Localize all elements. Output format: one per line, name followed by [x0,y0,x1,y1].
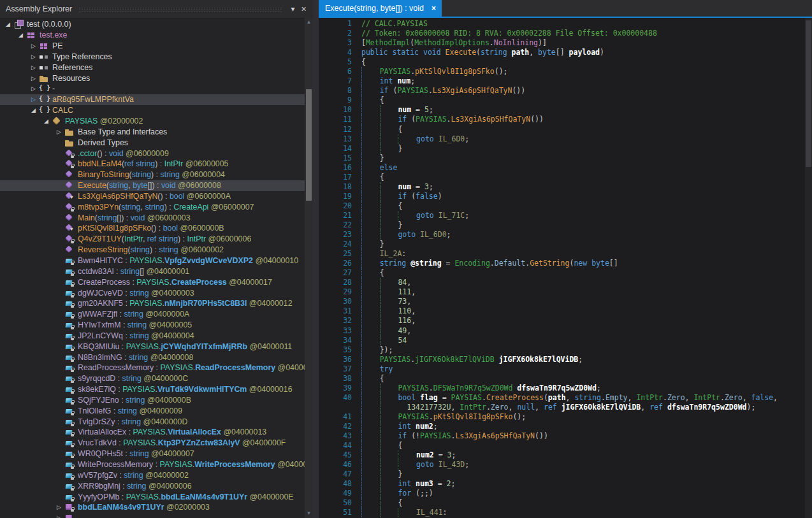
tree-item[interactable]: Execute(string, byte[]) : void @06000008 [0,180,313,191]
tree-item[interactable]: WriteProcessMemory : PAYSIAS.WriteProces… [0,459,313,470]
code-line[interactable]: 27 { [319,268,812,278]
code-line[interactable]: 2// Token: 0x06000008 RID: 8 RVA: 0x0000… [319,29,812,38]
tree-item[interactable]: ReverseString(string) : string @06000002 [0,245,313,255]
tree-item[interactable]: ReadProcessMemory : PAYSIAS.ReadProcessM… [0,363,313,373]
tree-item[interactable]: Bwm4HlTYC : PAYSIAS.VpfgZvvdgWCveVDXP2 @… [0,255,313,266]
tree-item[interactable]: cctdw83Al : string[] @04000001 [0,266,313,277]
tree-item[interactable]: m8tvp3PYn(string, string) : CreateApi @0… [0,201,313,212]
code-line[interactable]: 51 IL_441: [319,508,812,517]
tree-item[interactable]: ▷Base Type and Interfaces [0,126,313,137]
tree-item[interactable]: ▷References [0,62,313,73]
tree-item[interactable]: ◢PAYSIAS @02000002 [0,116,313,127]
tree-item[interactable]: dgWJCveVD : string @04000003 [0,287,313,298]
tree-item[interactable]: pKtSlQvl8I1g8pSFko() : bool @0600000B [0,223,313,234]
tree-item[interactable]: Ls3XgiAs6pSHfQaTyN() : bool @0600000A [0,191,313,202]
tree-item[interactable]: Main(string[]) : void @06000003 [0,212,313,223]
close-panel-icon[interactable]: × [298,3,309,15]
expander-collapsed-icon[interactable]: ▷ [28,94,39,104]
code-line[interactable]: 49 for (;;) [319,489,812,498]
code-line[interactable]: 45 num2 = 3; [319,450,812,460]
expander-collapsed-icon[interactable]: ▷ [28,52,39,62]
code-line[interactable]: 4public static void Execute(string path,… [319,48,812,57]
tree-item[interactable]: ◢test.exe [0,30,313,41]
code-line[interactable]: 38 { [319,374,812,384]
panel-splitter[interactable] [313,0,319,518]
code-line[interactable]: 34 54 [319,336,812,345]
expander-collapsed-icon[interactable]: ▷ [54,513,64,518]
code-line[interactable]: 30 73, [319,297,812,306]
code-line[interactable]: 9 { [319,96,812,105]
tab-close-icon[interactable]: × [431,4,436,13]
tree-item[interactable]: ◢CALC [0,105,313,116]
tree-item[interactable]: .cctor() : void @06000009 [0,148,313,159]
code-line[interactable]: 28 84, [319,278,812,287]
tree-item[interactable]: ▷Resources [0,73,313,83]
code-line[interactable]: 39 PAYSIAS.DFSWaTn9R7q5wZD0Wd dfswaTn9R7… [319,384,812,393]
code-line[interactable]: 47 } [319,470,812,479]
tree-item[interactable]: ▷ [0,513,313,518]
editor-scrollbar[interactable] [805,18,812,518]
code-line[interactable]: 46 goto IL_43D; [319,460,812,470]
tree-item[interactable]: Derived Types [0,137,313,148]
tree-item[interactable]: ▷PE [0,41,313,52]
tree-item[interactable]: JP2LnCYWq : string @04000004 [0,330,313,341]
tree-item[interactable]: HYIwTxfmM : string @04000005 [0,320,313,331]
code-line[interactable]: 37 try [319,364,812,374]
expander-expanded-icon[interactable]: ◢ [15,30,26,40]
code-line[interactable]: 32 116, [319,316,812,326]
tree-item[interactable]: SQjFYJEno : string @0400000B [0,395,313,406]
code-line[interactable]: 16 else [319,163,812,173]
code-line[interactable]: 29 111, [319,287,812,297]
tree-item[interactable]: ▷Type References [0,52,313,62]
editor-scrollbar-thumb[interactable] [806,20,811,167]
code-line[interactable]: 33 49, [319,326,812,336]
tree-item[interactable]: N8Bn3lmNG : string @04000008 [0,352,313,363]
code-line[interactable]: 19 if (false) [319,192,812,201]
tree-item[interactable]: CreateProcess : PAYSIAS.CreateProcess @0… [0,277,313,287]
code-line[interactable]: 36 PAYSIAS.jIGFX6Ok8kE7lQViDB jIGFX6Ok8k… [319,355,812,364]
expander-expanded-icon[interactable]: ◢ [28,105,39,115]
code-line[interactable]: 25 IL_2A: [319,249,812,259]
expander-collapsed-icon[interactable]: ▷ [54,502,64,512]
tree-item[interactable]: YyyfyOPMb : PAYSIAS.bbdLEaNM4s4v9T1UYr @… [0,491,313,502]
code-line[interactable]: 26 string @string = Encoding.Default.Get… [319,259,812,268]
tree-item[interactable]: ▷aR8q95FwLMPPfkntVa [0,94,313,105]
expander-collapsed-icon[interactable]: ▷ [28,41,39,51]
code-line[interactable]: 48 int num3 = 2; [319,479,812,489]
tree-item[interactable]: s9yrqqcdD : string @0400000C [0,373,313,384]
code-line[interactable]: 12 { [319,125,812,134]
window-position-chevron-icon[interactable]: ▾ [287,3,298,15]
code-line[interactable]: 1// CALC.PAYSIAS [319,19,812,29]
tree-item[interactable]: wV57pfgZv : string @04000002 [0,470,313,480]
code-line[interactable]: 18 num = 3; [319,182,812,192]
expander-collapsed-icon[interactable]: ▷ [54,127,64,137]
code-line[interactable]: 31 110, [319,306,812,316]
code-line[interactable]: 8 if (PAYSIAS.Ls3XgiAs6pSHfQaTyN()) [319,86,812,96]
expander-collapsed-icon[interactable]: ▷ [28,73,39,83]
tree-item[interactable]: BinaryToString(string) : string @0600000… [0,169,313,180]
code-line[interactable]: 41 PAYSIAS.pKtSlQvl8I1g8pSFko(); [319,412,812,422]
code-line[interactable]: 134217732U, IntPtr.Zero, null, ref jIGFX… [319,403,812,412]
tree-item[interactable]: KBQ3MIUiu : PAYSIAS.jCYWqhdYITxfmMjRRb @… [0,341,313,352]
tree-item[interactable]: sk8ekE7lQ : PAYSIAS.VruTdk9VdkwmHlTYCm @… [0,384,313,395]
code-line[interactable]: 10 num = 5; [319,105,812,115]
code-line[interactable]: 24 } [319,240,812,249]
scroll-down-icon[interactable]: ▼ [305,509,313,518]
scroll-up-icon[interactable]: ▲ [305,18,313,27]
tree-item[interactable]: Q4vZ9T1UY(IntPtr, ref string) : IntPtr @… [0,234,313,245]
expander-collapsed-icon[interactable]: ▷ [28,62,39,73]
code-line[interactable]: 21 goto IL_71C; [319,211,812,220]
tree-scrollbar[interactable]: ▲ ▼ [305,18,313,518]
code-line[interactable]: 40 bool flag = PAYSIAS.CreateProcess(pat… [319,393,812,403]
code-line[interactable]: 42 int num2; [319,422,812,431]
code-line[interactable]: 17 { [319,173,812,182]
expander-expanded-icon[interactable]: ◢ [41,116,52,126]
code-line[interactable]: 23 goto IL_6D0; [319,230,812,240]
tree-item[interactable]: TvlgDrSZy : string @0400000D [0,416,313,427]
code-line[interactable]: 43 if (!PAYSIAS.Ls3XgiAs6pSHfQaTyN()) [319,431,812,441]
tree-item[interactable]: VirtualAllocEx : PAYSIAS.VirtualAllocEx … [0,427,313,438]
code-line[interactable]: 50 { [319,498,812,508]
expander-collapsed-icon[interactable]: ▷ [28,83,39,94]
tree-item[interactable]: WR0QPHs5t : string @04000007 [0,449,313,459]
code-line[interactable]: 20 { [319,201,812,211]
